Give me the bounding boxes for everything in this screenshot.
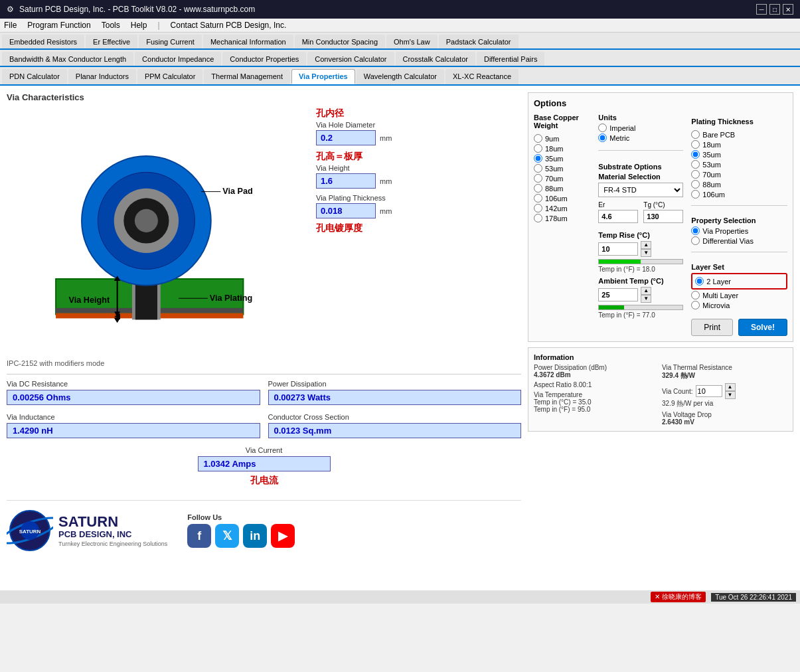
tab-conductor-impedance[interactable]: Conductor Impedance [135, 52, 221, 66]
logo-box: SATURN SATURN PCB DESIGN, INC Turnkey El… [7, 507, 167, 554]
copper-178um[interactable]: 178um [534, 214, 590, 222]
linkedin-button[interactable]: in [243, 524, 267, 548]
copper-88um[interactable]: 88um [534, 184, 590, 193]
menu-file[interactable]: File [4, 21, 17, 30]
menu-tools[interactable]: Tools [102, 21, 120, 30]
plating-106um[interactable]: 106um [691, 190, 787, 199]
tab-differential-pairs[interactable]: Differential Pairs [477, 52, 545, 66]
tab-ppm-calculator[interactable]: PPM Calculator [137, 69, 202, 84]
via-plating-thickness-label: Via Plating Thickness [316, 194, 396, 202]
tab-ohms-law[interactable]: Ohm's Law [386, 35, 438, 48]
tab-xl-xc-reactance[interactable]: XL-XC Reactance [445, 69, 519, 84]
youtube-button[interactable]: ▶ [271, 524, 295, 548]
plating-70um[interactable]: 70um [691, 170, 787, 179]
ambient-temp-down[interactable]: ▼ [641, 295, 651, 303]
plating-88um[interactable]: 88um [691, 180, 787, 189]
twitter-button[interactable]: 𝕏 [215, 524, 239, 548]
substrate-section: Substrate Options Material Selection FR-… [598, 163, 683, 223]
tg-input[interactable] [643, 210, 683, 223]
er-input[interactable] [598, 210, 638, 223]
layer-2[interactable]: 2 Layer [695, 277, 783, 286]
layer-microvia[interactable]: Microvia [691, 301, 787, 309]
information-grid: Power Dissipation (dBm) 4.3672 dBm Aspec… [534, 364, 787, 426]
tab-wavelength-calculator[interactable]: Wavelength Calculator [357, 69, 444, 84]
ambient-temp-spinner: ▲ ▼ [641, 287, 651, 303]
plating-53um[interactable]: 53um [691, 160, 787, 169]
cross-section-label: Conductor Cross Section [268, 413, 522, 421]
material-selection-label: Material Selection [598, 173, 683, 181]
copper-9um[interactable]: 9um [534, 134, 590, 143]
prop-via-properties[interactable]: Via Properties [691, 226, 787, 235]
tab-bandwidth[interactable]: Bandwidth & Max Conductor Length [2, 52, 133, 66]
tab-planar-inductors[interactable]: Planar Inductors [68, 69, 136, 84]
via-count-down[interactable]: ▼ [725, 391, 736, 399]
tab-min-conductor-spacing[interactable]: Min Conductor Spacing [295, 35, 385, 48]
ambient-temp-up[interactable]: ▲ [641, 287, 651, 295]
copper-142um[interactable]: 142um [534, 204, 590, 212]
tab-conversion-calculator[interactable]: Conversion Calculator [307, 52, 394, 66]
substrate-title: Substrate Options [598, 163, 683, 171]
plating-35um[interactable]: 35um [691, 150, 787, 159]
power-dissipation-item: Power Dissipation 0.00273 Watts [268, 380, 522, 405]
options-top-row: Base Copper Weight 9um 18um 35um 53um 70… [534, 114, 787, 336]
tab-pdn-calculator[interactable]: PDN Calculator [2, 69, 67, 84]
app-icon: ⚙ [7, 5, 14, 14]
power-dissipation-dbm-label: Power Dissipation (dBm) [534, 364, 659, 371]
copper-18um[interactable]: 18um [534, 144, 590, 153]
via-thermal-resistance-value: 329.4 熱/W [662, 371, 787, 380]
close-button[interactable]: ✕ [783, 4, 793, 15]
via-count-input[interactable] [696, 385, 722, 397]
options-title: Options [534, 98, 787, 108]
copper-106um[interactable]: 106um [534, 194, 590, 203]
units-imperial[interactable]: Imperial [598, 124, 683, 132]
annotation-hole-diameter: 孔内径 [316, 108, 396, 120]
social-icons: f 𝕏 in ▶ [187, 524, 295, 548]
follow-us-section: Follow Us f 𝕏 in ▶ [187, 513, 295, 548]
temp-rise-down[interactable]: ▼ [641, 249, 651, 257]
facebook-button[interactable]: f [187, 524, 211, 548]
copper-70um[interactable]: 70um [534, 174, 590, 183]
annotation-plating-thickness: 孔电镀厚度 [316, 222, 396, 234]
tab-mechanical-information[interactable]: Mechanical Information [203, 35, 293, 48]
via-plating-thickness-input[interactable] [316, 203, 376, 218]
plating-18um[interactable]: 18um [691, 140, 787, 149]
via-temperature-label: Via Temperature [534, 391, 659, 398]
prop-differential-vias[interactable]: Differential Vias [691, 236, 787, 245]
tab-fusing-current[interactable]: Fusing Current [139, 35, 202, 48]
menu-help[interactable]: Help [131, 21, 147, 30]
plating-bare[interactable]: Bare PCB [691, 130, 787, 139]
ambient-temp-input[interactable] [598, 288, 638, 301]
maximize-button[interactable]: □ [769, 4, 780, 15]
saturn-logo-icon: SATURN [7, 507, 53, 554]
right-panel: Options Base Copper Weight 9um 18um 35um… [528, 92, 793, 584]
er-tg-row: Er Tg (°C) [598, 201, 683, 223]
tab-via-properties[interactable]: Via Properties [291, 69, 355, 84]
temp-rise-up[interactable]: ▲ [641, 241, 651, 249]
tab-conductor-properties[interactable]: Conductor Properties [222, 52, 306, 66]
via-hole-diameter-input[interactable] [316, 130, 376, 145]
solve-button[interactable]: Solve! [738, 319, 787, 336]
via-count-up[interactable]: ▲ [725, 383, 736, 391]
tab-padstack-calculator[interactable]: Padstack Calculator [439, 35, 519, 48]
material-select[interactable]: FR-4 STD FR-4 High Tg Rogers 4003 Rogers… [598, 183, 683, 197]
print-button[interactable]: Print [691, 319, 733, 336]
svg-marker-22 [114, 317, 121, 323]
menu-program-function[interactable]: Program Function [27, 21, 90, 30]
units-metric[interactable]: Metric [598, 133, 683, 142]
copper-53um[interactable]: 53um [534, 164, 590, 173]
via-height-input[interactable] [316, 173, 376, 189]
tab-thermal-management[interactable]: Thermal Management [204, 69, 290, 84]
tab-crosstalk-calculator[interactable]: Crosstalk Calculator [396, 52, 475, 66]
tab-embedded-resistors[interactable]: Embedded Resistors [2, 35, 84, 48]
power-dissipation-value: 0.00273 Watts [268, 390, 522, 405]
minimize-button[interactable]: ─ [756, 4, 767, 15]
via-thermal-resistance-label: Via Thermal Resistance [662, 364, 787, 371]
copper-35um[interactable]: 35um [534, 154, 590, 163]
temp-rise-input[interactable] [598, 242, 638, 256]
via-hole-diameter-label: Via Hole Diameter [316, 121, 396, 129]
tab-er-effective[interactable]: Er Effective [86, 35, 137, 48]
dc-resistance-label: Via DC Resistance [7, 380, 260, 388]
tg-label: Tg (°C) [643, 201, 683, 209]
menu-contact[interactable]: Contact Saturn PCB Design, Inc. [171, 21, 287, 30]
layer-multi[interactable]: Multi Layer [691, 291, 787, 299]
